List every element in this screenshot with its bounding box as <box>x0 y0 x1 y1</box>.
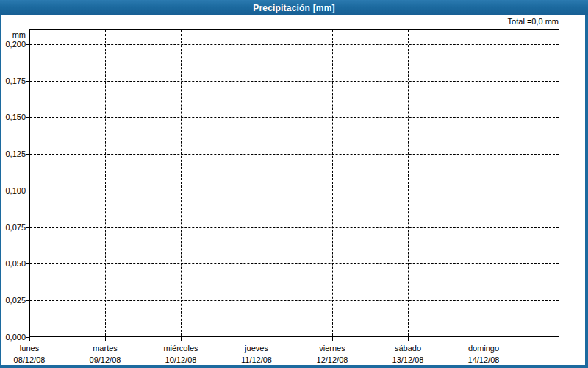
y-tick-label: 0,200 <box>0 39 26 49</box>
panel-border-left <box>0 15 1 368</box>
y-tick-label: 0,075 <box>0 222 26 233</box>
x-tick <box>29 337 30 341</box>
x-tick <box>484 337 484 341</box>
y-axis-unit-label: mm <box>0 30 26 40</box>
plot-area <box>29 29 559 337</box>
day-name-label: miércoles <box>143 342 218 354</box>
chart-title-bar: Precipitación [mm] <box>0 0 588 15</box>
x-category-label: lunes08/12/08 <box>0 342 67 366</box>
date-label: 12/12/08 <box>295 354 370 366</box>
precipitation-chart-panel: Precipitación [mm] Total =0,0 mm mm 0,00… <box>0 0 588 368</box>
date-label: 13/12/08 <box>370 354 445 366</box>
x-tick <box>257 337 257 341</box>
day-name-label: viernes <box>295 342 370 354</box>
y-tick-label: 0,125 <box>0 149 26 159</box>
x-category-label: miércoles10/12/08 <box>143 342 218 366</box>
x-tick <box>332 337 333 341</box>
x-category-label: viernes12/12/08 <box>295 342 370 366</box>
panel-border-bottom <box>0 365 588 368</box>
y-tick-label: 0,000 <box>0 332 26 342</box>
day-name-label: martes <box>68 342 143 354</box>
date-label: 08/12/08 <box>0 354 67 366</box>
date-label: 09/12/08 <box>68 354 143 366</box>
total-label: Total =0,0 mm <box>508 17 559 26</box>
day-name-label: domingo <box>446 342 521 354</box>
day-name-label: sábado <box>370 342 445 354</box>
date-label: 11/12/08 <box>219 354 294 366</box>
x-category-label: domingo14/12/08 <box>446 342 521 366</box>
y-tick-label: 0,150 <box>0 112 26 122</box>
x-tick <box>408 337 409 341</box>
panel-border-right <box>585 15 588 368</box>
y-tick-label: 0,175 <box>0 76 26 86</box>
x-tick <box>181 337 182 341</box>
x-category-label: sábado13/12/08 <box>370 342 445 366</box>
chart-title: Precipitación [mm] <box>253 3 335 13</box>
day-name-label: jueves <box>219 342 294 354</box>
x-category-label: jueves11/12/08 <box>219 342 294 366</box>
y-tick-label: 0,100 <box>0 185 26 196</box>
y-tick-label: 0,050 <box>0 258 26 269</box>
x-category-label: martes09/12/08 <box>68 342 143 366</box>
date-label: 10/12/08 <box>143 354 218 366</box>
day-name-label: lunes <box>0 342 67 354</box>
date-label: 14/12/08 <box>446 354 521 366</box>
y-tick-label: 0,025 <box>0 295 26 305</box>
x-tick <box>105 337 106 341</box>
y-tick <box>26 337 29 338</box>
